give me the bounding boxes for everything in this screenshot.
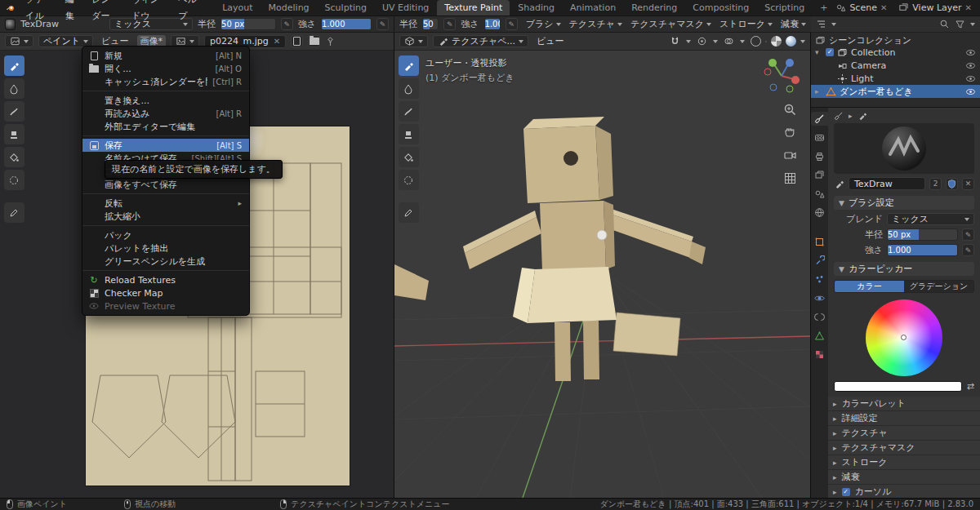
tab-render[interactable]	[811, 131, 828, 144]
tab-uv-editing[interactable]: UV Editing	[375, 0, 436, 16]
tab-compositing[interactable]: Compositing	[685, 0, 756, 16]
brush-popover[interactable]: ブラシ	[526, 18, 561, 30]
tool-fill-button[interactable]	[4, 147, 24, 167]
tab-texture-paint[interactable]: Texture Paint	[437, 0, 510, 16]
tool-soften-button[interactable]	[399, 78, 419, 99]
pin-icon[interactable]	[325, 36, 336, 47]
outliner-row-light[interactable]: Light	[811, 72, 980, 85]
swap-colors-icon[interactable]: ⇄	[967, 381, 974, 392]
outliner-row-danbo-selected[interactable]: ▸ ダンボー君もどき	[811, 85, 980, 98]
stroke-popover[interactable]: ストローク	[719, 18, 773, 30]
menu-item-edit-externally[interactable]: 外部エディターで編集	[82, 120, 249, 133]
eye-icon[interactable]	[965, 73, 976, 84]
menu-item-pack[interactable]: パック	[82, 228, 249, 242]
active-color-swatch[interactable]	[834, 381, 962, 392]
shading-material-button[interactable]	[771, 36, 782, 47]
tab-view-layer[interactable]	[811, 168, 828, 182]
tool-clone-button[interactable]	[4, 124, 24, 144]
brush-preview-panel[interactable]	[834, 123, 974, 174]
tool-clone-button[interactable]	[399, 124, 419, 144]
outliner-editor-icon[interactable]	[816, 19, 826, 29]
radius-slider[interactable]: 50 px	[887, 228, 958, 241]
tab-animation[interactable]: Animation	[563, 0, 623, 16]
new-image-button[interactable]	[291, 35, 303, 47]
blender-logo-icon[interactable]	[6, 3, 15, 13]
panel-color-palette[interactable]: ▸カラーパレット	[828, 397, 980, 411]
eye-icon[interactable]	[965, 47, 976, 58]
blend-dropdown[interactable]: ミックス	[887, 213, 974, 225]
close-image-icon[interactable]: ✕	[274, 37, 280, 46]
menu-item-flip[interactable]: 反転▸	[82, 197, 249, 210]
shading-rendered-button[interactable]	[786, 36, 796, 47]
tool-mask-button[interactable]	[4, 170, 24, 190]
color-wheel-cursor[interactable]	[901, 335, 906, 340]
menu-item-open-cached-render[interactable]: キャッシュ済レンダーを開く[Ctrl] R	[82, 75, 249, 88]
vp-radius-slider[interactable]: 50 px	[422, 18, 439, 30]
outliner-scene-collection[interactable]: シーンコレクション	[811, 33, 980, 46]
snap-magnet-icon[interactable]	[670, 36, 680, 47]
menu-window[interactable]: ウィンドウ	[125, 0, 172, 24]
menu-help[interactable]: ヘルプ	[172, 0, 205, 24]
filter-funnel-icon[interactable]	[955, 19, 965, 29]
brush-name-field[interactable]: TexDraw	[849, 177, 925, 190]
menu-item-reload-textures[interactable]: ↻Reload Textures	[82, 273, 249, 286]
radius-slider[interactable]: 50 px	[220, 18, 276, 30]
tab-scripting[interactable]: Scripting	[757, 0, 812, 16]
tab-sculpting[interactable]: Sculpting	[318, 0, 374, 16]
outliner-row-collection[interactable]: ▾ ✓ Collection	[811, 46, 980, 59]
panel-stroke[interactable]: ▸ストローク	[828, 455, 980, 470]
menu-edit[interactable]: 編集	[59, 0, 85, 24]
menu-item-resize[interactable]: 拡大縮小	[82, 210, 249, 223]
panel-falloff[interactable]: ▸減衰	[828, 470, 980, 485]
tab-scene[interactable]	[811, 187, 828, 201]
expander-icon[interactable]: ▾	[815, 48, 822, 56]
navigation-gizmo[interactable]	[763, 57, 800, 95]
tab-rendering[interactable]: Rendering	[624, 0, 684, 16]
eye-icon[interactable]	[965, 60, 976, 71]
vp-strength-pressure-button[interactable]: ✎	[506, 18, 518, 30]
brush-preview-icon[interactable]	[5, 19, 16, 30]
panel-texture[interactable]: ▸テクスチャ	[828, 426, 980, 441]
chevron-down-icon[interactable]	[686, 40, 691, 43]
tool-annotate-button[interactable]	[399, 202, 419, 223]
tool-soften-button[interactable]	[4, 78, 24, 99]
tab-texture[interactable]	[811, 348, 828, 361]
eye-icon[interactable]	[965, 86, 976, 97]
menu-item-generate-grease-pencil[interactable]: グリースペンシルを生成	[82, 255, 249, 268]
overlays-icon[interactable]	[724, 36, 734, 47]
editor-type-button[interactable]	[5, 35, 33, 47]
tab-object-data[interactable]	[811, 329, 828, 343]
shading-solid-button[interactable]	[765, 41, 767, 42]
view-layer-selector[interactable]: View Layer ✕	[898, 2, 972, 13]
tab-add-workspace[interactable]: +	[813, 0, 835, 16]
vp-radius-pressure-button[interactable]: ✎	[443, 18, 456, 30]
strength-slider[interactable]: 1.000	[887, 244, 958, 256]
menu-item-checker-map[interactable]: Checker Map	[82, 286, 249, 299]
strength-pressure-button[interactable]: ✎	[962, 244, 974, 256]
color-wheel[interactable]	[866, 299, 942, 376]
brush-settings-panel-header[interactable]: ▼ ブラシ設定	[834, 196, 974, 210]
tab-particles[interactable]	[811, 273, 828, 286]
chevron-down-icon[interactable]	[831, 23, 836, 26]
brush-icon[interactable]	[834, 179, 844, 189]
tool-annotate-button[interactable]	[4, 202, 24, 223]
shading-wireframe-button[interactable]	[751, 36, 761, 47]
tab-shading[interactable]: Shading	[510, 0, 562, 16]
menu-item-save[interactable]: 保存[Alt] S	[82, 139, 249, 152]
tool-smear-button[interactable]	[4, 101, 24, 122]
tab-object[interactable]	[811, 235, 828, 249]
color-tab[interactable]: カラー	[835, 281, 904, 292]
menu-item-save-all-images[interactable]: 画像をすべて保存	[82, 178, 249, 191]
chevron-down-icon[interactable]	[970, 23, 975, 26]
outliner-row-camera[interactable]: Camera	[811, 59, 980, 72]
camera-view-icon[interactable]	[783, 149, 797, 162]
menu-file[interactable]: ファイル	[19, 0, 59, 24]
texture-mask-popover[interactable]: テクスチャマスク	[630, 18, 711, 30]
cursor-checkbox[interactable]: ✓	[842, 488, 850, 496]
zoom-icon[interactable]	[783, 103, 797, 117]
viewport-3d[interactable]: テクスチャペ... ビュー	[394, 33, 811, 498]
menu-item-new[interactable]: 新規[Alt] N	[82, 49, 249, 62]
menu-item-replace[interactable]: 置き換え...	[82, 94, 249, 107]
fake-user-shield-button[interactable]	[946, 178, 958, 190]
toggle-grid-icon[interactable]	[783, 171, 797, 185]
